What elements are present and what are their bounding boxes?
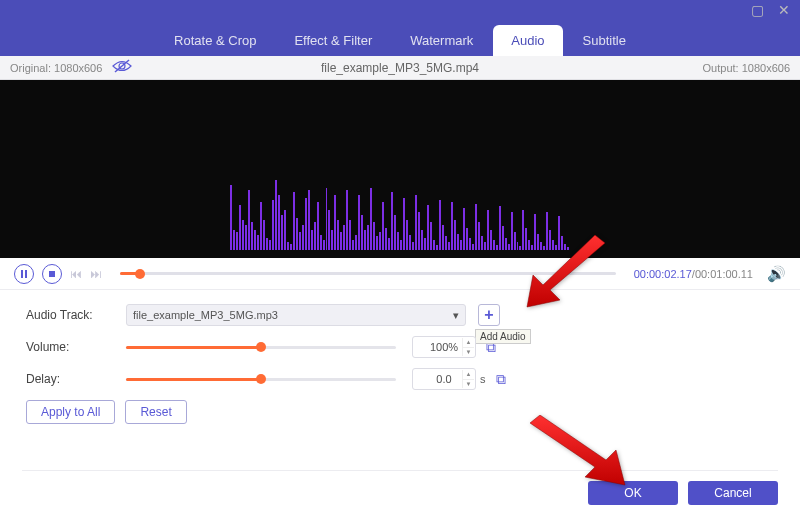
audio-track-dropdown[interactable]: file_example_MP3_5MG.mp3 ▾ bbox=[126, 304, 466, 326]
volume-slider[interactable] bbox=[126, 346, 396, 349]
delay-slider[interactable] bbox=[126, 378, 396, 381]
delay-value[interactable]: 0.0 ▲▼ bbox=[412, 368, 476, 390]
copy-delay-icon[interactable]: ⧉ bbox=[496, 371, 506, 388]
eye-off-icon[interactable] bbox=[112, 59, 132, 77]
tab-watermark[interactable]: Watermark bbox=[392, 25, 491, 56]
timecode: 00:00:02.17/00:01:00.11 bbox=[634, 268, 753, 280]
reset-button[interactable]: Reset bbox=[125, 400, 186, 424]
delay-label: Delay: bbox=[26, 372, 126, 386]
tab-subtitle[interactable]: Subtitle bbox=[565, 25, 644, 56]
video-preview bbox=[0, 80, 800, 258]
progress-slider[interactable] bbox=[120, 272, 616, 275]
original-label: Original: 1080x606 bbox=[10, 62, 102, 74]
delay-down[interactable]: ▼ bbox=[462, 380, 474, 389]
info-bar: Original: 1080x606 file_example_MP3_5MG.… bbox=[0, 56, 800, 80]
volume-up[interactable]: ▲ bbox=[462, 338, 474, 348]
svg-rect-2 bbox=[21, 270, 23, 278]
cancel-button[interactable]: Cancel bbox=[688, 481, 778, 505]
volume-label: Volume: bbox=[26, 340, 126, 354]
tab-effect-filter[interactable]: Effect & Filter bbox=[276, 25, 390, 56]
delay-up[interactable]: ▲ bbox=[462, 370, 474, 380]
tab-audio[interactable]: Audio bbox=[493, 25, 562, 56]
svg-rect-4 bbox=[49, 271, 55, 277]
audio-track-label: Audio Track: bbox=[26, 308, 126, 322]
minimize-button[interactable]: ▢ bbox=[751, 2, 764, 18]
footer: OK Cancel bbox=[22, 470, 778, 505]
chevron-down-icon: ▾ bbox=[453, 309, 459, 322]
tab-rotate-crop[interactable]: Rotate & Crop bbox=[156, 25, 274, 56]
apply-to-all-button[interactable]: Apply to All bbox=[26, 400, 115, 424]
volume-value[interactable]: 100% ▲▼ bbox=[412, 336, 476, 358]
volume-icon[interactable]: 🔊 bbox=[767, 265, 786, 283]
tab-bar: Rotate & Crop Effect & Filter Watermark … bbox=[0, 20, 800, 56]
output-label: Output: 1080x606 bbox=[703, 62, 790, 74]
audio-waveform bbox=[230, 155, 570, 250]
stop-button[interactable] bbox=[42, 264, 62, 284]
audio-settings: Audio Track: file_example_MP3_5MG.mp3 ▾ … bbox=[0, 290, 800, 428]
delay-unit: s bbox=[480, 373, 486, 385]
prev-button[interactable]: ⏮ bbox=[70, 267, 82, 281]
volume-down[interactable]: ▼ bbox=[462, 348, 474, 357]
add-audio-button[interactable]: + Add Audio bbox=[478, 304, 500, 326]
close-button[interactable]: ✕ bbox=[778, 2, 790, 18]
svg-rect-3 bbox=[25, 270, 27, 278]
playback-bar: ⏮ ⏭ 00:00:02.17/00:01:00.11 🔊 bbox=[0, 258, 800, 290]
next-button[interactable]: ⏭ bbox=[90, 267, 102, 281]
titlebar: ▢ ✕ bbox=[0, 0, 800, 20]
ok-button[interactable]: OK bbox=[588, 481, 678, 505]
filename-label: file_example_MP3_5MG.mp4 bbox=[321, 61, 479, 75]
add-audio-tooltip: Add Audio bbox=[475, 329, 531, 344]
pause-button[interactable] bbox=[14, 264, 34, 284]
